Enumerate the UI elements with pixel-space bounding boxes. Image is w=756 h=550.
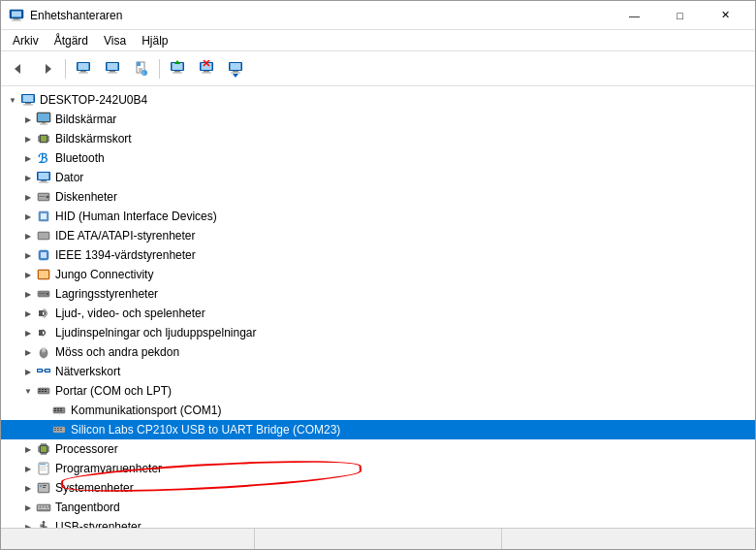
ieee-expander[interactable]: ▶ [20, 247, 36, 263]
jungo-label: Jungo Connectivity [55, 268, 153, 281]
tree-item-ljud[interactable]: ▶ Ljud-, video- och spelenheter [1, 304, 755, 323]
tree-item-hid[interactable]: ▶ HID (Human Interface Devices) [1, 207, 755, 226]
toolbar-forward[interactable] [34, 55, 61, 82]
menu-arkiv[interactable]: Arkiv [5, 30, 47, 50]
system-expander[interactable]: ▶ [20, 480, 36, 496]
com1-icon [51, 403, 67, 418]
tree-view[interactable]: ▼ DESKTOP-242U0B4 ▶ [1, 86, 755, 528]
proc-label: Processorer [55, 442, 118, 456]
tree-item-diskenheter[interactable]: ▶ Diskenheter [1, 187, 755, 207]
tree-item-tang[interactable]: ▶ Tangentbord [1, 498, 755, 517]
keyboard-icon [36, 500, 51, 515]
möss-expander[interactable]: ▶ [20, 344, 36, 360]
tree-item-ide[interactable]: ▶ IDE ATA/ATAPI-styrenheter [1, 226, 755, 245]
storage-icon [36, 286, 51, 302]
tree-root[interactable]: ▼ DESKTOP-242U0B4 [1, 90, 755, 110]
tree-item-portar[interactable]: ▼ Portar (COM och LPT) [1, 381, 755, 401]
tree-item-com1[interactable]: ▶ Kommunikationsport (COM1) [1, 401, 755, 420]
svg-rect-102 [60, 430, 62, 431]
svg-rect-90 [54, 408, 56, 409]
maximize-button[interactable]: □ [658, 1, 702, 30]
tree-item-prog[interactable]: ▶ Programvaruenheter [1, 459, 755, 478]
tree-item-system[interactable]: ▶ Systemenheter [1, 478, 755, 498]
tree-item-nät[interactable]: ▶ Nätverkskort [1, 362, 755, 381]
usb-expander[interactable]: ▶ [20, 519, 36, 528]
silabs-icon [51, 422, 67, 437]
toolbar-up[interactable] [164, 55, 191, 82]
title-bar-controls: — □ ✕ [613, 1, 747, 30]
svg-rect-121 [40, 469, 47, 470]
tree-item-silabs[interactable]: ▶ Silicon Labs CP210x USB to UART Bridge… [1, 420, 755, 439]
svg-rect-64 [39, 233, 48, 239]
tree-item-ljudinsp[interactable]: ▶ Ljudinspelningar och ljuduppspelningar [1, 323, 755, 342]
tree-item-proc[interactable]: ▶ [1, 439, 755, 459]
tang-expander[interactable]: ▶ [20, 500, 36, 515]
menu-hjalp[interactable]: Hjälp [134, 30, 175, 50]
root-label: DESKTOP-242U0B4 [40, 93, 147, 107]
bildskärmskort-label: Bildskärmskort [55, 132, 132, 146]
svg-rect-104 [41, 446, 47, 452]
tree-item-lagring[interactable]: ▶ Lagringsstyrenheter [1, 284, 755, 304]
svg-rect-120 [40, 468, 46, 469]
ide-expander[interactable]: ▶ [20, 228, 36, 243]
lagring-expander[interactable]: ▶ [20, 286, 36, 302]
toolbar-back[interactable] [5, 55, 32, 82]
menu-visa[interactable]: Visa [96, 30, 134, 50]
hid-expander[interactable]: ▶ [20, 209, 36, 224]
toolbar-computer2[interactable] [99, 55, 126, 82]
svg-rect-9 [79, 72, 88, 73]
svg-rect-80 [46, 370, 49, 372]
ljud-expander[interactable]: ▶ [20, 306, 36, 321]
usb-label: USB-styrenheter [55, 520, 142, 528]
toolbar: i [1, 51, 755, 86]
svg-rect-3 [12, 19, 21, 20]
tree-item-bluetooth[interactable]: ▶ ℬ Bluetooth [1, 148, 755, 168]
title-bar: Enhetshanteraren — □ ✕ [1, 1, 755, 30]
svg-rect-45 [41, 136, 47, 142]
svg-rect-87 [42, 391, 44, 392]
svg-rect-98 [57, 428, 59, 429]
tree-item-usb[interactable]: ▶ USB-styrenheter [1, 517, 755, 528]
ieee-label: IEEE 1394-värdstyrenheter [55, 248, 196, 262]
minimize-button[interactable]: — [613, 1, 656, 30]
nät-expander[interactable]: ▶ [20, 364, 36, 379]
svg-rect-131 [47, 505, 48, 507]
ide-icon [36, 228, 51, 243]
tree-item-möss[interactable]: ▶ Möss och andra pekdon [1, 342, 755, 362]
diskenheter-label: Diskenheter [55, 190, 117, 204]
dator-expander[interactable]: ▶ [20, 170, 36, 185]
svg-rect-38 [25, 103, 31, 105]
toolbar-doc[interactable]: i [128, 55, 155, 82]
app-icon [9, 8, 24, 23]
toolbar-remove[interactable] [193, 55, 220, 82]
proc-icon [36, 441, 51, 457]
tree-item-ieee[interactable]: ▶ IEEE 1394-värdstyrenheter [1, 245, 755, 265]
toolbar-computer[interactable] [70, 55, 97, 82]
system-label: Systemenheter [55, 481, 134, 495]
prog-expander[interactable]: ▶ [20, 461, 36, 476]
bildskärmar-expander[interactable]: ▶ [20, 112, 36, 127]
svg-rect-73 [39, 330, 43, 336]
tree-item-bildskärmskort[interactable]: ▶ Bildskärmskort [1, 129, 755, 148]
menu-atgard[interactable]: Åtgärd [47, 30, 96, 50]
tree-item-bildskärmar[interactable]: ▶ Bildskärmar [1, 110, 755, 129]
svg-marker-5 [46, 64, 51, 74]
jungo-expander[interactable]: ▶ [20, 267, 36, 282]
close-button[interactable]: ✕ [704, 1, 747, 30]
ieee-icon [36, 247, 51, 263]
tree-item-jungo[interactable]: ▶ Jungo Connectivity [1, 265, 755, 284]
ljudinsp-expander[interactable]: ▶ [20, 325, 36, 340]
svg-rect-41 [38, 113, 49, 121]
proc-expander[interactable]: ▶ [20, 441, 36, 457]
svg-rect-78 [38, 370, 42, 372]
root-expander[interactable]: ▼ [5, 92, 20, 108]
audio-icon [36, 325, 51, 340]
bluetooth-expander[interactable]: ▶ [20, 150, 36, 166]
bildskärmskort-expander[interactable]: ▶ [20, 131, 36, 146]
toolbar-down[interactable] [222, 55, 249, 82]
svg-rect-39 [23, 105, 33, 106]
portar-expander[interactable]: ▼ [20, 383, 36, 399]
diskenheter-expander[interactable]: ▶ [20, 189, 36, 205]
tree-item-dator[interactable]: ▶ Dator [1, 168, 755, 187]
svg-rect-124 [40, 485, 42, 487]
